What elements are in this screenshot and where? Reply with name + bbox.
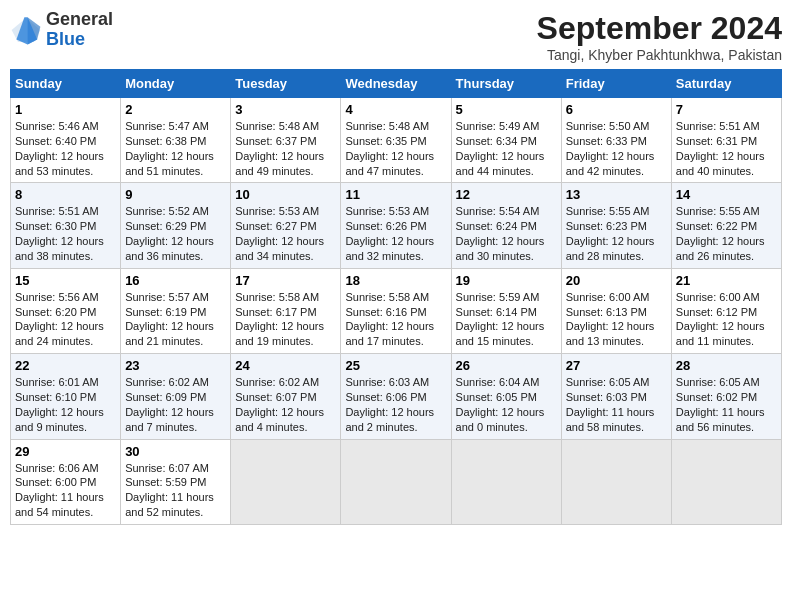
day-number: 16 (125, 273, 226, 288)
calendar-header-row: Sunday Monday Tuesday Wednesday Thursday… (11, 70, 782, 98)
day-info: Sunrise: 5:48 AM Sunset: 6:35 PM Dayligh… (345, 119, 446, 178)
page-header: General Blue September 2024 Tangi, Khybe… (10, 10, 782, 63)
table-row (671, 439, 781, 524)
day-number: 18 (345, 273, 446, 288)
logo-icon (10, 14, 42, 46)
day-info: Sunrise: 5:48 AM Sunset: 6:37 PM Dayligh… (235, 119, 336, 178)
day-info: Sunrise: 6:05 AM Sunset: 6:02 PM Dayligh… (676, 375, 777, 434)
day-info: Sunrise: 5:55 AM Sunset: 6:22 PM Dayligh… (676, 204, 777, 263)
day-number: 8 (15, 187, 116, 202)
table-row: 28Sunrise: 6:05 AM Sunset: 6:02 PM Dayli… (671, 354, 781, 439)
day-number: 30 (125, 444, 226, 459)
table-row: 9Sunrise: 5:52 AM Sunset: 6:29 PM Daylig… (121, 183, 231, 268)
table-row: 15Sunrise: 5:56 AM Sunset: 6:20 PM Dayli… (11, 268, 121, 353)
day-info: Sunrise: 5:52 AM Sunset: 6:29 PM Dayligh… (125, 204, 226, 263)
day-info: Sunrise: 6:04 AM Sunset: 6:05 PM Dayligh… (456, 375, 557, 434)
day-number: 21 (676, 273, 777, 288)
calendar-row-2: 8Sunrise: 5:51 AM Sunset: 6:30 PM Daylig… (11, 183, 782, 268)
day-number: 12 (456, 187, 557, 202)
month-title: September 2024 (537, 10, 782, 47)
col-monday: Monday (121, 70, 231, 98)
day-number: 5 (456, 102, 557, 117)
table-row: 2Sunrise: 5:47 AM Sunset: 6:38 PM Daylig… (121, 98, 231, 183)
calendar-table: Sunday Monday Tuesday Wednesday Thursday… (10, 69, 782, 525)
day-info: Sunrise: 5:50 AM Sunset: 6:33 PM Dayligh… (566, 119, 667, 178)
day-info: Sunrise: 6:06 AM Sunset: 6:00 PM Dayligh… (15, 461, 116, 520)
table-row: 6Sunrise: 5:50 AM Sunset: 6:33 PM Daylig… (561, 98, 671, 183)
day-info: Sunrise: 5:55 AM Sunset: 6:23 PM Dayligh… (566, 204, 667, 263)
day-number: 27 (566, 358, 667, 373)
day-info: Sunrise: 5:59 AM Sunset: 6:14 PM Dayligh… (456, 290, 557, 349)
day-info: Sunrise: 5:58 AM Sunset: 6:16 PM Dayligh… (345, 290, 446, 349)
table-row: 14Sunrise: 5:55 AM Sunset: 6:22 PM Dayli… (671, 183, 781, 268)
table-row: 7Sunrise: 5:51 AM Sunset: 6:31 PM Daylig… (671, 98, 781, 183)
day-info: Sunrise: 6:03 AM Sunset: 6:06 PM Dayligh… (345, 375, 446, 434)
table-row (231, 439, 341, 524)
table-row: 27Sunrise: 6:05 AM Sunset: 6:03 PM Dayli… (561, 354, 671, 439)
day-number: 13 (566, 187, 667, 202)
logo-blue: Blue (46, 29, 85, 49)
table-row: 5Sunrise: 5:49 AM Sunset: 6:34 PM Daylig… (451, 98, 561, 183)
table-row: 12Sunrise: 5:54 AM Sunset: 6:24 PM Dayli… (451, 183, 561, 268)
col-sunday: Sunday (11, 70, 121, 98)
col-friday: Friday (561, 70, 671, 98)
table-row (341, 439, 451, 524)
table-row (561, 439, 671, 524)
day-info: Sunrise: 5:53 AM Sunset: 6:27 PM Dayligh… (235, 204, 336, 263)
day-number: 6 (566, 102, 667, 117)
location: Tangi, Khyber Pakhtunkhwa, Pakistan (537, 47, 782, 63)
day-number: 26 (456, 358, 557, 373)
day-number: 28 (676, 358, 777, 373)
table-row: 17Sunrise: 5:58 AM Sunset: 6:17 PM Dayli… (231, 268, 341, 353)
day-number: 17 (235, 273, 336, 288)
day-info: Sunrise: 6:02 AM Sunset: 6:07 PM Dayligh… (235, 375, 336, 434)
table-row: 13Sunrise: 5:55 AM Sunset: 6:23 PM Dayli… (561, 183, 671, 268)
day-number: 15 (15, 273, 116, 288)
day-info: Sunrise: 5:49 AM Sunset: 6:34 PM Dayligh… (456, 119, 557, 178)
day-info: Sunrise: 5:51 AM Sunset: 6:31 PM Dayligh… (676, 119, 777, 178)
table-row: 4Sunrise: 5:48 AM Sunset: 6:35 PM Daylig… (341, 98, 451, 183)
day-number: 29 (15, 444, 116, 459)
table-row: 23Sunrise: 6:02 AM Sunset: 6:09 PM Dayli… (121, 354, 231, 439)
logo-text: General Blue (46, 10, 113, 50)
day-number: 22 (15, 358, 116, 373)
table-row: 29Sunrise: 6:06 AM Sunset: 6:00 PM Dayli… (11, 439, 121, 524)
calendar-row-3: 15Sunrise: 5:56 AM Sunset: 6:20 PM Dayli… (11, 268, 782, 353)
table-row: 1Sunrise: 5:46 AM Sunset: 6:40 PM Daylig… (11, 98, 121, 183)
day-number: 14 (676, 187, 777, 202)
day-info: Sunrise: 5:57 AM Sunset: 6:19 PM Dayligh… (125, 290, 226, 349)
day-number: 11 (345, 187, 446, 202)
day-info: Sunrise: 5:58 AM Sunset: 6:17 PM Dayligh… (235, 290, 336, 349)
day-number: 19 (456, 273, 557, 288)
table-row: 19Sunrise: 5:59 AM Sunset: 6:14 PM Dayli… (451, 268, 561, 353)
table-row: 22Sunrise: 6:01 AM Sunset: 6:10 PM Dayli… (11, 354, 121, 439)
col-thursday: Thursday (451, 70, 561, 98)
col-saturday: Saturday (671, 70, 781, 98)
day-info: Sunrise: 5:47 AM Sunset: 6:38 PM Dayligh… (125, 119, 226, 178)
table-row (451, 439, 561, 524)
table-row: 16Sunrise: 5:57 AM Sunset: 6:19 PM Dayli… (121, 268, 231, 353)
day-number: 1 (15, 102, 116, 117)
day-number: 10 (235, 187, 336, 202)
day-number: 7 (676, 102, 777, 117)
day-info: Sunrise: 5:51 AM Sunset: 6:30 PM Dayligh… (15, 204, 116, 263)
day-number: 9 (125, 187, 226, 202)
day-number: 3 (235, 102, 336, 117)
logo-general: General (46, 9, 113, 29)
table-row: 30Sunrise: 6:07 AM Sunset: 5:59 PM Dayli… (121, 439, 231, 524)
day-number: 23 (125, 358, 226, 373)
col-tuesday: Tuesday (231, 70, 341, 98)
day-info: Sunrise: 5:54 AM Sunset: 6:24 PM Dayligh… (456, 204, 557, 263)
day-number: 4 (345, 102, 446, 117)
day-info: Sunrise: 6:00 AM Sunset: 6:12 PM Dayligh… (676, 290, 777, 349)
day-number: 25 (345, 358, 446, 373)
calendar-row-1: 1Sunrise: 5:46 AM Sunset: 6:40 PM Daylig… (11, 98, 782, 183)
day-number: 24 (235, 358, 336, 373)
table-row: 3Sunrise: 5:48 AM Sunset: 6:37 PM Daylig… (231, 98, 341, 183)
table-row: 18Sunrise: 5:58 AM Sunset: 6:16 PM Dayli… (341, 268, 451, 353)
day-info: Sunrise: 6:02 AM Sunset: 6:09 PM Dayligh… (125, 375, 226, 434)
day-info: Sunrise: 5:56 AM Sunset: 6:20 PM Dayligh… (15, 290, 116, 349)
day-info: Sunrise: 6:00 AM Sunset: 6:13 PM Dayligh… (566, 290, 667, 349)
day-info: Sunrise: 5:53 AM Sunset: 6:26 PM Dayligh… (345, 204, 446, 263)
day-number: 20 (566, 273, 667, 288)
